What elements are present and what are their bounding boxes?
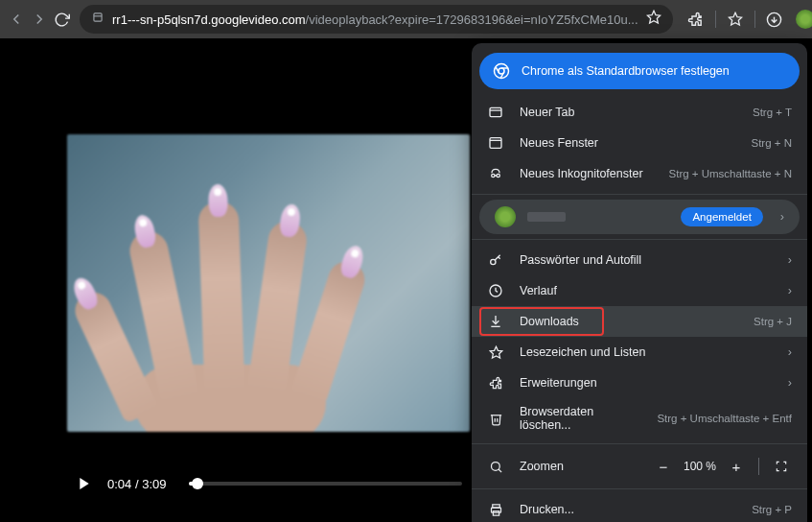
menu-zoom: Zoomen − 100 % +	[472, 449, 807, 484]
zoom-in-button[interactable]: +	[726, 456, 747, 477]
separator	[715, 11, 716, 28]
svg-point-20	[497, 174, 499, 177]
chevron-right-icon: ›	[780, 210, 784, 224]
menu-new-tab[interactable]: Neuer Tab Strg + T	[472, 97, 807, 128]
menu-clear-data[interactable]: Browserdaten löschen... Strg + Umschaltt…	[472, 398, 807, 439]
separator	[754, 11, 755, 28]
incognito-icon	[487, 165, 504, 182]
svg-line-24	[499, 257, 500, 259]
divider	[472, 488, 807, 489]
reload-button[interactable]	[54, 6, 70, 33]
zoom-out-button[interactable]: −	[653, 456, 674, 477]
menu-passwords[interactable]: Passwörter und Autofill ›	[472, 245, 807, 275]
back-button[interactable]	[8, 6, 25, 33]
menu-history[interactable]: Verlauf ›	[472, 275, 807, 306]
profile-name-redacted	[527, 212, 566, 222]
new-window-icon	[487, 134, 504, 152]
svg-marker-2	[647, 11, 660, 23]
video-time: 0:04 / 3:09	[107, 477, 166, 491]
chrome-icon	[493, 62, 510, 80]
download-icon	[487, 313, 504, 330]
menu-extensions[interactable]: Erweiterungen ›	[472, 368, 807, 398]
bookmark-outline-icon[interactable]	[722, 6, 749, 33]
extension-avatar-icon[interactable]	[792, 6, 812, 33]
fullscreen-button[interactable]	[771, 456, 792, 477]
banner-text: Chrome als Standardbrowser festlegen	[522, 64, 730, 78]
divider	[472, 239, 807, 240]
svg-rect-15	[490, 107, 501, 116]
divider	[472, 194, 807, 195]
page-content: 0:04 / 3:09 Chrome als Standardbrowser f…	[0, 38, 812, 522]
menu-new-incognito[interactable]: Neues Inkognitofenster Strg + Umschaltta…	[472, 158, 807, 189]
separator	[758, 458, 759, 475]
trash-icon	[487, 410, 504, 427]
zoom-icon	[487, 458, 504, 475]
star-icon	[487, 344, 504, 361]
url-text: rr1---sn-p5qlsn7d.googlevideo.com/videop…	[112, 12, 638, 27]
zoom-value: 100 %	[684, 460, 716, 473]
svg-rect-17	[490, 138, 501, 149]
browser-toolbar: rr1---sn-p5qlsn7d.googlevideo.com/videop…	[0, 0, 812, 38]
key-icon	[487, 251, 504, 269]
new-tab-icon	[487, 104, 504, 121]
download-icon[interactable]	[761, 6, 788, 33]
history-icon	[487, 282, 504, 299]
video-player[interactable]	[67, 134, 470, 432]
play-button[interactable]	[75, 474, 94, 493]
video-controls: 0:04 / 3:09	[67, 474, 470, 493]
progress-bar[interactable]	[189, 482, 462, 486]
signed-in-badge: Angemeldet	[681, 207, 762, 226]
default-browser-banner[interactable]: Chrome als Standardbrowser festlegen	[479, 53, 800, 89]
menu-bookmarks[interactable]: Lesezeichen und Listen ›	[472, 337, 807, 368]
svg-point-28	[491, 462, 499, 470]
address-bar[interactable]: rr1---sn-p5qlsn7d.googlevideo.com/videop…	[80, 5, 673, 34]
avatar	[495, 206, 516, 227]
print-icon	[487, 501, 504, 518]
divider	[472, 443, 807, 444]
menu-new-window[interactable]: Neues Fenster Strg + N	[472, 128, 807, 158]
chevron-right-icon: ›	[788, 345, 792, 359]
chrome-menu: Chrome als Standardbrowser festlegen Neu…	[472, 43, 807, 522]
svg-marker-9	[80, 478, 88, 489]
forward-button	[31, 6, 48, 33]
menu-print[interactable]: Drucken... Strg + P	[472, 494, 807, 522]
svg-line-29	[499, 469, 501, 472]
svg-rect-0	[94, 13, 102, 21]
chevron-right-icon: ›	[788, 284, 792, 297]
svg-point-19	[492, 174, 495, 177]
extensions-icon[interactable]	[683, 6, 709, 33]
menu-downloads[interactable]: Downloads Strg + J	[472, 306, 807, 337]
chevron-right-icon: ›	[788, 376, 792, 390]
star-icon[interactable]	[646, 10, 661, 29]
menu-profile[interactable]: Angemeldet ›	[479, 200, 800, 234]
chevron-right-icon: ›	[788, 253, 792, 267]
puzzle-icon	[487, 374, 504, 392]
svg-marker-3	[729, 12, 741, 25]
zoom-controls: − 100 % +	[653, 456, 792, 477]
toolbar-actions	[683, 4, 812, 35]
site-info-icon[interactable]	[91, 11, 104, 28]
svg-marker-27	[490, 346, 502, 358]
